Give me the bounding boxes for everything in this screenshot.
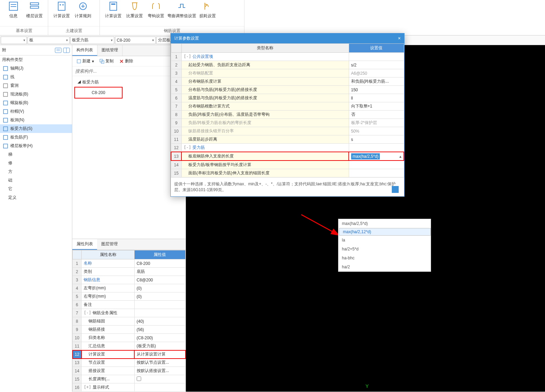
param-name[interactable]: [-]公共设置项	[181, 53, 349, 61]
prop-value[interactable]: (板受力筋)	[134, 342, 185, 350]
delete-button[interactable]: 删除	[116, 58, 136, 65]
param-value[interactable]: max(ha/2,5*d) ▴	[349, 152, 404, 161]
param-value[interactable]: 150	[349, 86, 404, 94]
param-name[interactable]: 板受力筋/板带钢筋按平均长度计算	[181, 161, 349, 169]
param-name[interactable]: [-]受力筋	[181, 144, 349, 152]
ribbon-floor[interactable]: 楼层设置	[24, 0, 45, 26]
param-value[interactable]	[349, 169, 404, 177]
prop-name[interactable]: 左弯折(mm)	[82, 284, 134, 292]
tree-item[interactable]: 方	[0, 167, 72, 176]
prop-name[interactable]: 名称	[82, 259, 134, 268]
param-value[interactable]: 否	[349, 111, 404, 119]
dropdown-option[interactable]: max(ha/2,12*d)	[339, 228, 431, 236]
ribbon-info[interactable]: 信息	[3, 0, 24, 26]
tree-item[interactable]: 螺旋板(B)	[0, 99, 72, 107]
tree-item[interactable]: 窗洞	[0, 81, 72, 90]
tab-layers[interactable]: 图层管理	[97, 239, 122, 250]
prop-name[interactable]: 备注	[82, 301, 134, 309]
param-value[interactable]: 50%	[349, 127, 404, 135]
prop-name[interactable]: 汇总信息	[82, 342, 134, 350]
ribbon-loss[interactable]: 损耗设置	[197, 0, 218, 26]
editing-cell[interactable]: max(ha/2,5*d)	[351, 153, 380, 159]
ribbon-weight[interactable]: 比重设置	[124, 0, 145, 26]
param-name[interactable]: 面筋(单标注跨板受力筋)伸入支座的锚固长度	[181, 169, 349, 177]
dropdown-option[interactable]: ha/2+5*d	[338, 245, 431, 254]
ribbon-rebar-calc[interactable]: 计算设置	[103, 0, 124, 26]
param-name[interactable]: 分布钢筋配置	[181, 69, 349, 78]
param-value[interactable]: A6@250	[349, 69, 404, 78]
prop-value[interactable]	[134, 301, 185, 309]
tab-props[interactable]: 属性列表	[72, 239, 97, 250]
selector-4[interactable]: C8-200▾	[115, 37, 156, 44]
dropdown-option[interactable]: la	[338, 236, 431, 245]
param-name[interactable]: 分布钢筋根数计算方式	[181, 102, 349, 111]
prop-value[interactable]: 从计算设置计算	[134, 350, 185, 359]
prop-value[interactable]: C8-200	[134, 259, 185, 268]
prop-value[interactable]: 按默认搭接设置...	[134, 367, 185, 375]
tab-component-list[interactable]: 构件列表	[72, 45, 97, 56]
tab-drawing-mgmt[interactable]: 图纸管理	[97, 45, 123, 56]
prop-value[interactable]: C8@200	[134, 276, 185, 284]
tree-item[interactable]: 轴网(J)	[0, 64, 72, 73]
tree-item[interactable]: 线	[0, 73, 72, 81]
prop-name[interactable]: 钢筋锚固	[82, 317, 134, 326]
selector-2[interactable]: 板▾	[28, 37, 70, 44]
prop-value[interactable]: (56)	[134, 326, 185, 334]
param-value[interactable]	[349, 53, 404, 61]
prop-name[interactable]: 钢筋信息	[82, 276, 134, 284]
prop-name[interactable]: [+]显示样式	[82, 383, 134, 392]
prop-name[interactable]: 搭接设置	[82, 367, 134, 375]
dialog-action-button[interactable]	[392, 186, 399, 193]
ribbon-bend-adj[interactable]: 弯曲调整值设置	[167, 0, 197, 26]
param-name[interactable]: 分布筋与负筋(跨板受力筋)的搭接长度	[181, 86, 349, 94]
param-name[interactable]: 板底钢筋伸入支座的长度	[181, 152, 349, 161]
checkbox[interactable]	[137, 376, 141, 381]
param-name[interactable]: 温度筋与负筋(跨板受力筋)的搭接长度	[181, 94, 349, 102]
param-value[interactable]	[349, 161, 404, 169]
prop-value[interactable]: 底筋	[134, 268, 185, 276]
tree-item[interactable]: 础	[0, 176, 72, 185]
param-value[interactable]: 板厚-2*保护层	[349, 119, 404, 127]
copy-button[interactable]: 复制	[97, 58, 116, 65]
param-name[interactable]: 负筋(跨板受力筋)分布筋、温度筋是否带弯钩	[181, 111, 349, 119]
prop-value[interactable]: (0)	[134, 292, 185, 301]
prop-value[interactable]: (0)	[134, 284, 185, 292]
prop-value[interactable]	[134, 383, 185, 392]
param-value[interactable]: s/2	[349, 61, 404, 69]
tree-item[interactable]: 板负筋(F)	[0, 133, 72, 142]
tree-item[interactable]: 它	[0, 185, 72, 193]
tree-item[interactable]: 板洞(N)	[0, 116, 72, 124]
grid-view-icon[interactable]	[63, 48, 70, 53]
tree-item[interactable]: 楼层板带(H)	[0, 142, 72, 150]
prop-name[interactable]: 归类名称	[82, 334, 134, 342]
prop-name[interactable]: 右弯折(mm)	[82, 292, 134, 301]
prop-value[interactable]: 按默认节点设置...	[134, 359, 185, 367]
dropdown-option[interactable]: ha-bhc	[338, 254, 431, 262]
dialog-close-icon[interactable]: ×	[398, 35, 401, 41]
prop-name[interactable]: 类别	[82, 268, 134, 276]
param-value[interactable]: 向下取整+1	[349, 102, 404, 111]
ribbon-calc-set[interactable]: 计算设置	[51, 0, 72, 26]
tree-item[interactable]: 柱帽(V)	[0, 107, 72, 116]
param-value[interactable]	[349, 144, 404, 152]
search-input[interactable]	[72, 66, 186, 76]
prop-name[interactable]: 计算设置	[82, 350, 134, 359]
param-name[interactable]: 温度筋起步距离	[181, 135, 349, 144]
prop-name[interactable]: [-]钢筋业务属性	[82, 309, 134, 317]
tree-item-c8-200[interactable]: C8-200	[74, 87, 123, 99]
tree-item[interactable]: 修	[0, 159, 72, 167]
prop-name[interactable]: 钢筋搭接	[82, 326, 134, 334]
prop-value[interactable]: (40)	[134, 317, 185, 326]
param-value[interactable]: s	[349, 135, 404, 144]
param-name[interactable]: 分布钢筋长度计算	[181, 78, 349, 86]
param-value[interactable]: 和负筋(跨板受力筋...	[349, 78, 404, 86]
prop-value[interactable]	[134, 375, 185, 383]
selector-1[interactable]: ▾	[1, 37, 27, 44]
tree-item[interactable]: 定义	[0, 193, 72, 202]
prop-value[interactable]: (C8-200)	[134, 334, 185, 342]
tree-item[interactable]: 板受力筋(S)	[0, 124, 72, 133]
tree-item[interactable]: 梯	[0, 150, 72, 159]
ribbon-hook[interactable]: 弯钩设置	[145, 0, 167, 26]
prop-name[interactable]: 节点设置	[82, 359, 134, 367]
tree-item[interactable]: 现浇板(B)	[0, 90, 72, 99]
